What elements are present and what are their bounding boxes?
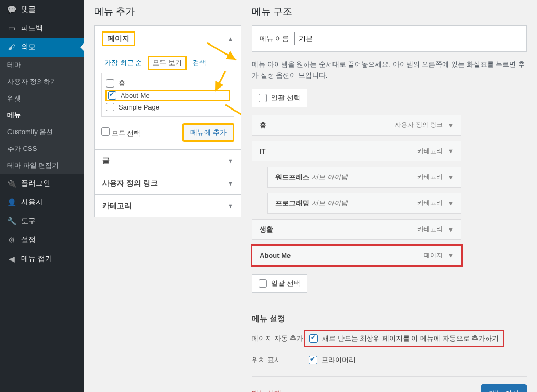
menu-item-type: 카테고리 [417, 225, 443, 234]
select-all-label: 모두 선택 [112, 129, 141, 137]
menu-item-title: 홈 [260, 121, 266, 130]
menu-items-list: 홈 사용자 정의 링크▼ IT 카테고리▼ 워드프레스서브 아이템 카테고리▼ … [252, 115, 527, 266]
save-menu-button[interactable]: 메뉴 저장 [481, 384, 527, 392]
pages-tabs: 가장 최근 순 모두 보기 검색 [95, 52, 241, 70]
page-checkbox-about[interactable]: About Me [106, 90, 230, 101]
sidebar-item-label: 피드백 [21, 24, 43, 33]
menu-item-type: 카테고리 [417, 172, 443, 181]
menu-item-type: 페이지 [424, 251, 443, 260]
tab-view-all[interactable]: 모두 보기 [148, 56, 186, 70]
delete-menu-link[interactable]: 메뉴 삭제 [252, 389, 281, 392]
add-to-menu-button[interactable]: 메뉴에 추가 [182, 123, 234, 142]
submenu-menus[interactable]: 메뉴 [0, 107, 84, 124]
submenu-theme-editor[interactable]: 테마 파일 편집기 [0, 157, 84, 174]
sidebar-item-label: 메뉴 접기 [21, 254, 52, 264]
main-content: 메뉴 추가 페이지 ▲ 가장 최근 순 모두 보기 검색 [84, 0, 537, 392]
user-icon: 👤 [6, 197, 17, 208]
accordion-pages-head[interactable]: 페이지 ▲ [95, 26, 241, 52]
chevron-down-icon: ▼ [448, 174, 454, 180]
accordion-label: 사용자 정의 링크 [102, 179, 158, 188]
sidebar-collapse[interactable]: ◀ 메뉴 접기 [0, 249, 84, 268]
chevron-down-icon: ▼ [448, 148, 454, 154]
sidebar-item-plugins[interactable]: 🔌 플러그인 [0, 174, 84, 193]
menu-item-type: 카테고리 [417, 147, 443, 156]
checkbox-sample[interactable] [106, 103, 114, 111]
sidebar-item-settings[interactable]: ⚙ 설정 [0, 231, 84, 249]
menu-item-home[interactable]: 홈 사용자 정의 링크▼ [252, 115, 461, 136]
sidebar-item-appearance[interactable]: 🖌 외모 [0, 38, 84, 57]
menu-item-subtext: 서브 아이템 [312, 199, 348, 207]
add-menu-title: 메뉴 추가 [94, 5, 241, 18]
menu-name-input[interactable] [294, 32, 425, 45]
caret-down-icon: ▼ [228, 180, 233, 187]
caret-down-icon: ▼ [228, 203, 233, 209]
bulk-checkbox[interactable] [259, 94, 267, 102]
submenu-widgets[interactable]: 위젯 [0, 90, 84, 107]
bulk-label: 일괄 선택 [271, 279, 300, 288]
bulk-select-top[interactable]: 일괄 선택 [252, 89, 307, 107]
setting-auto-add-checkbox[interactable]: 새로 만드는 최상위 페이지를 이 메뉴에 자동으로 추가하기 [304, 330, 504, 347]
sidebar-item-comments[interactable]: 💬 댓글 [0, 0, 84, 19]
select-all-row: 모두 선택 메뉴에 추가 [95, 117, 241, 149]
setting-display-location: 위치 표시 프라이머리 [252, 352, 527, 368]
page-label: Sample Page [119, 103, 159, 111]
menu-item-title: 워드프레스 [275, 173, 309, 181]
feedback-icon: ▭ [6, 23, 17, 34]
submenu-customize[interactable]: 사용자 정의하기 [0, 73, 84, 90]
menu-item-programming[interactable]: 프로그래밍서브 아이템 카테고리▼ [267, 193, 461, 214]
tab-search[interactable]: 검색 [189, 56, 209, 70]
checkbox-about[interactable] [108, 91, 116, 100]
menu-name-row: 메뉴 이름 [252, 25, 527, 52]
settings-icon: ⚙ [6, 235, 17, 245]
menu-item-life[interactable]: 생활 카테고리▼ [252, 219, 461, 240]
submenu-theme[interactable]: 테마 [0, 57, 84, 73]
setting-label: 페이지 자동 추가 [252, 334, 304, 343]
tab-recent[interactable]: 가장 최근 순 [101, 56, 145, 70]
menu-settings-title: 메뉴 설정 [252, 314, 527, 324]
menu-footer: 메뉴 삭제 메뉴 저장 [252, 376, 527, 392]
menu-item-it[interactable]: IT 카테고리▼ [252, 141, 461, 161]
accordion-posts-head[interactable]: 글 ▼ [95, 149, 241, 172]
page-checkbox-sample[interactable]: Sample Page [106, 101, 230, 113]
sidebar-item-feedback[interactable]: ▭ 피드백 [0, 19, 84, 38]
checkbox-select-all[interactable] [101, 127, 110, 136]
menu-structure-column: 메뉴 구조 메뉴 이름 메뉴 아이템을 원하는 순서대로 끌어놓으세요. 아이템… [252, 0, 527, 392]
chevron-down-icon: ▼ [448, 122, 454, 128]
submenu-additional-css[interactable]: 추가 CSS [0, 140, 84, 157]
page-list: 홈 About Me Sample Page [101, 73, 234, 117]
admin-sidebar: 💬 댓글 ▭ 피드백 🖌 외모 테마 사용자 정의하기 위젯 메뉴 Custom… [0, 0, 84, 392]
menu-item-title: About Me [260, 252, 291, 259]
checkbox-label: 새로 만드는 최상위 페이지를 이 메뉴에 자동으로 추가하기 [322, 334, 499, 343]
page-checkbox-home[interactable]: 홈 [106, 77, 230, 90]
accordion-label: 글 [102, 156, 110, 166]
checkbox-auto-add[interactable] [309, 334, 318, 343]
menu-item-title: 프로그래밍 [275, 199, 309, 207]
sidebar-item-label: 댓글 [21, 5, 36, 14]
menu-item-about-me[interactable]: About Me 페이지▼ [252, 245, 461, 266]
menu-item-wordpress[interactable]: 워드프레스서브 아이템 카테고리▼ [267, 167, 461, 188]
accordion-label: 카테고리 [102, 201, 132, 211]
sidebar-item-label: 도구 [21, 216, 36, 226]
sidebar-item-tools[interactable]: 🔧 도구 [0, 212, 84, 231]
select-all-checkbox[interactable]: 모두 선택 [101, 127, 141, 138]
menu-item-subtext: 서브 아이템 [312, 173, 348, 181]
sidebar-item-label: 사용자 [21, 198, 43, 207]
add-menu-column: 메뉴 추가 페이지 ▲ 가장 최근 순 모두 보기 검색 [94, 0, 241, 392]
sidebar-item-users[interactable]: 👤 사용자 [0, 193, 84, 212]
submenu-customify[interactable]: Customify 옵션 [0, 124, 84, 140]
accordion-custom-links-head[interactable]: 사용자 정의 링크 ▼ [95, 172, 241, 194]
bulk-select-bottom[interactable]: 일괄 선택 [252, 274, 307, 293]
menu-helper-text: 메뉴 아이템을 원하는 순서대로 끌어놓으세요. 아이템의 오른쪽에 있는 화살… [252, 59, 527, 81]
menu-item-title: IT [260, 147, 266, 155]
bulk-checkbox[interactable] [259, 279, 267, 288]
plugin-icon: 🔌 [6, 178, 17, 189]
page-label: 홈 [119, 79, 125, 88]
menu-item-title: 생활 [260, 225, 273, 234]
checkbox-primary[interactable] [309, 356, 317, 364]
page-label: About Me [121, 92, 150, 100]
checkbox-home[interactable] [106, 79, 114, 88]
sidebar-item-label: 설정 [21, 235, 36, 245]
menu-item-type: 카테고리 [417, 199, 443, 208]
accordion-categories-head[interactable]: 카테고리 ▼ [95, 194, 241, 217]
setting-primary-checkbox[interactable]: 프라이머리 [304, 352, 360, 368]
